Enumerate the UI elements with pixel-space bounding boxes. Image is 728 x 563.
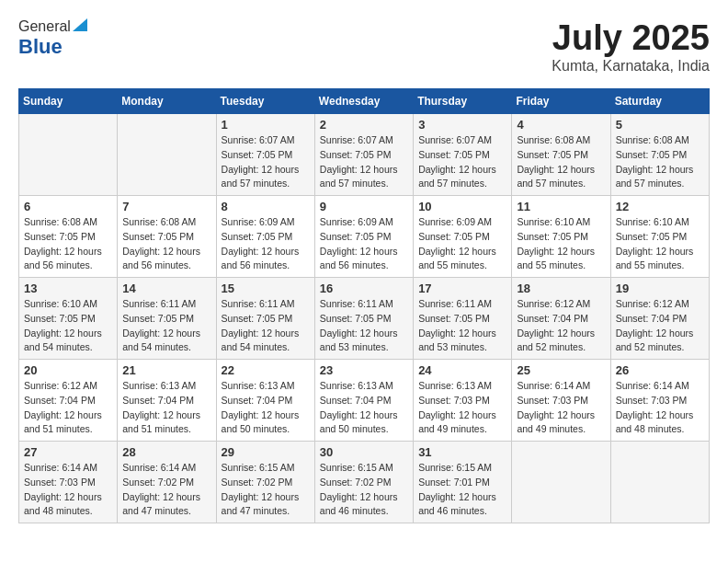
day-number: 8 (222, 200, 310, 213)
location-text: Kumta, Karnataka, India (552, 58, 710, 75)
day-detail: Sunrise: 6:14 AM Sunset: 7:03 PM Dayligh… (24, 461, 112, 519)
day-number: 10 (418, 200, 506, 213)
col-header-monday: Monday (118, 89, 216, 114)
week-row-3: 13Sunrise: 6:10 AM Sunset: 7:05 PM Dayli… (19, 278, 710, 360)
day-detail: Sunrise: 6:13 AM Sunset: 7:04 PM Dayligh… (122, 379, 210, 437)
day-number: 23 (320, 363, 408, 377)
calendar-cell: 22Sunrise: 6:13 AM Sunset: 7:04 PM Dayli… (216, 360, 314, 442)
calendar-header: SundayMondayTuesdayWednesdayThursdayFrid… (19, 89, 710, 114)
col-header-tuesday: Tuesday (216, 89, 314, 114)
day-number: 15 (222, 282, 310, 295)
day-detail: Sunrise: 6:07 AM Sunset: 7:05 PM Dayligh… (418, 133, 506, 191)
day-detail: Sunrise: 6:11 AM Sunset: 7:05 PM Dayligh… (418, 297, 506, 355)
day-detail: Sunrise: 6:10 AM Sunset: 7:05 PM Dayligh… (517, 215, 605, 273)
day-number: 21 (122, 363, 210, 377)
day-number: 20 (24, 363, 112, 377)
calendar-cell: 14Sunrise: 6:11 AM Sunset: 7:05 PM Dayli… (118, 278, 216, 360)
day-number: 16 (320, 282, 408, 295)
calendar-cell: 29Sunrise: 6:15 AM Sunset: 7:02 PM Dayli… (216, 442, 314, 523)
calendar-cell: 7Sunrise: 6:08 AM Sunset: 7:05 PM Daylig… (118, 196, 216, 278)
calendar-cell: 30Sunrise: 6:15 AM Sunset: 7:02 PM Dayli… (314, 442, 413, 523)
day-number: 25 (517, 363, 605, 377)
day-number: 27 (24, 445, 112, 459)
calendar-cell (610, 442, 709, 523)
day-detail: Sunrise: 6:10 AM Sunset: 7:05 PM Dayligh… (24, 297, 112, 355)
calendar-cell: 19Sunrise: 6:12 AM Sunset: 7:04 PM Dayli… (610, 278, 709, 360)
calendar-cell: 4Sunrise: 6:08 AM Sunset: 7:05 PM Daylig… (512, 114, 610, 196)
day-number: 19 (616, 282, 704, 295)
day-number: 24 (418, 363, 506, 377)
day-number: 18 (517, 282, 605, 295)
day-detail: Sunrise: 6:15 AM Sunset: 7:02 PM Dayligh… (320, 461, 408, 519)
calendar-cell: 16Sunrise: 6:11 AM Sunset: 7:05 PM Dayli… (314, 278, 413, 360)
calendar-cell: 20Sunrise: 6:12 AM Sunset: 7:04 PM Dayli… (19, 360, 118, 442)
calendar-cell: 2Sunrise: 6:07 AM Sunset: 7:05 PM Daylig… (314, 114, 413, 196)
week-row-4: 20Sunrise: 6:12 AM Sunset: 7:04 PM Dayli… (19, 360, 710, 442)
col-header-wednesday: Wednesday (314, 89, 413, 114)
calendar-table: SundayMondayTuesdayWednesdayThursdayFrid… (18, 88, 710, 523)
calendar-cell: 5Sunrise: 6:08 AM Sunset: 7:05 PM Daylig… (610, 114, 709, 196)
day-detail: Sunrise: 6:09 AM Sunset: 7:05 PM Dayligh… (222, 215, 310, 273)
day-detail: Sunrise: 6:08 AM Sunset: 7:05 PM Dayligh… (24, 215, 112, 273)
week-row-2: 6Sunrise: 6:08 AM Sunset: 7:05 PM Daylig… (19, 196, 710, 278)
month-title: July 2025 (552, 18, 710, 58)
day-detail: Sunrise: 6:11 AM Sunset: 7:05 PM Dayligh… (222, 297, 310, 355)
calendar-cell: 25Sunrise: 6:14 AM Sunset: 7:03 PM Dayli… (512, 360, 610, 442)
day-number: 12 (616, 200, 704, 213)
calendar-cell (118, 114, 216, 196)
day-detail: Sunrise: 6:08 AM Sunset: 7:05 PM Dayligh… (616, 133, 704, 191)
calendar-cell: 3Sunrise: 6:07 AM Sunset: 7:05 PM Daylig… (414, 114, 512, 196)
day-detail: Sunrise: 6:08 AM Sunset: 7:05 PM Dayligh… (517, 133, 605, 191)
calendar-cell: 13Sunrise: 6:10 AM Sunset: 7:05 PM Dayli… (19, 278, 118, 360)
day-number: 17 (418, 282, 506, 295)
calendar-cell: 1Sunrise: 6:07 AM Sunset: 7:05 PM Daylig… (216, 114, 314, 196)
calendar-cell: 9Sunrise: 6:09 AM Sunset: 7:05 PM Daylig… (314, 196, 413, 278)
logo-blue-text: Blue (18, 35, 63, 59)
day-detail: Sunrise: 6:07 AM Sunset: 7:05 PM Dayligh… (320, 133, 408, 191)
col-header-sunday: Sunday (19, 89, 118, 114)
day-number: 6 (24, 200, 112, 213)
calendar-cell: 6Sunrise: 6:08 AM Sunset: 7:05 PM Daylig… (19, 196, 118, 278)
calendar-cell: 12Sunrise: 6:10 AM Sunset: 7:05 PM Dayli… (610, 196, 709, 278)
calendar-cell: 11Sunrise: 6:10 AM Sunset: 7:05 PM Dayli… (512, 196, 610, 278)
day-number: 2 (320, 118, 408, 132)
calendar-cell (19, 114, 118, 196)
day-detail: Sunrise: 6:15 AM Sunset: 7:01 PM Dayligh… (418, 461, 506, 519)
day-detail: Sunrise: 6:15 AM Sunset: 7:02 PM Dayligh… (222, 461, 310, 519)
day-number: 30 (320, 445, 408, 459)
day-detail: Sunrise: 6:12 AM Sunset: 7:04 PM Dayligh… (24, 379, 112, 437)
calendar-cell: 26Sunrise: 6:14 AM Sunset: 7:03 PM Dayli… (610, 360, 709, 442)
day-number: 1 (222, 118, 310, 132)
calendar-cell: 8Sunrise: 6:09 AM Sunset: 7:05 PM Daylig… (216, 196, 314, 278)
day-detail: Sunrise: 6:12 AM Sunset: 7:04 PM Dayligh… (616, 297, 704, 355)
calendar-cell: 28Sunrise: 6:14 AM Sunset: 7:02 PM Dayli… (118, 442, 216, 523)
title-block: July 2025 Kumta, Karnataka, India (552, 18, 710, 75)
day-number: 11 (517, 200, 605, 213)
week-row-1: 1Sunrise: 6:07 AM Sunset: 7:05 PM Daylig… (19, 114, 710, 196)
day-number: 22 (222, 363, 310, 377)
header-row: SundayMondayTuesdayWednesdayThursdayFrid… (19, 89, 710, 114)
col-header-saturday: Saturday (610, 89, 709, 114)
calendar-cell: 17Sunrise: 6:11 AM Sunset: 7:05 PM Dayli… (414, 278, 512, 360)
day-detail: Sunrise: 6:09 AM Sunset: 7:05 PM Dayligh… (418, 215, 506, 273)
day-number: 9 (320, 200, 408, 213)
calendar-cell: 24Sunrise: 6:13 AM Sunset: 7:03 PM Dayli… (414, 360, 512, 442)
day-detail: Sunrise: 6:08 AM Sunset: 7:05 PM Dayligh… (122, 215, 210, 273)
day-detail: Sunrise: 6:07 AM Sunset: 7:05 PM Dayligh… (222, 133, 310, 191)
logo-bird-icon (73, 18, 87, 31)
day-detail: Sunrise: 6:13 AM Sunset: 7:04 PM Dayligh… (320, 379, 408, 437)
day-number: 29 (222, 445, 310, 459)
day-detail: Sunrise: 6:10 AM Sunset: 7:05 PM Dayligh… (616, 215, 704, 273)
calendar-cell (512, 442, 610, 523)
day-detail: Sunrise: 6:11 AM Sunset: 7:05 PM Dayligh… (122, 297, 210, 355)
day-detail: Sunrise: 6:14 AM Sunset: 7:03 PM Dayligh… (616, 379, 704, 437)
day-number: 3 (418, 118, 506, 132)
calendar-body: 1Sunrise: 6:07 AM Sunset: 7:05 PM Daylig… (19, 114, 710, 523)
calendar-cell: 23Sunrise: 6:13 AM Sunset: 7:04 PM Dayli… (314, 360, 413, 442)
day-number: 5 (616, 118, 704, 132)
day-number: 4 (517, 118, 605, 132)
day-detail: Sunrise: 6:12 AM Sunset: 7:04 PM Dayligh… (517, 297, 605, 355)
col-header-friday: Friday (512, 89, 610, 114)
day-detail: Sunrise: 6:09 AM Sunset: 7:05 PM Dayligh… (320, 215, 408, 273)
col-header-thursday: Thursday (414, 89, 512, 114)
